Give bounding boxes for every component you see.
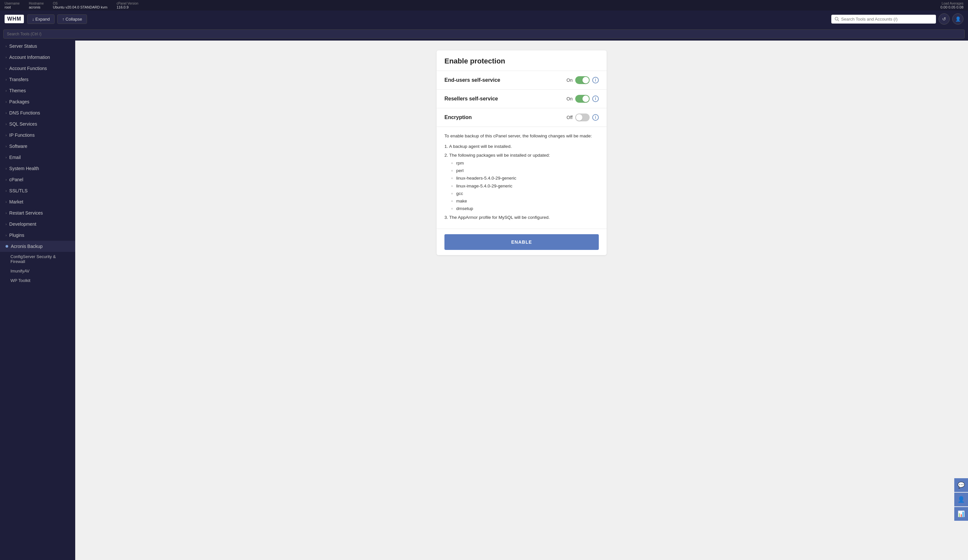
svg-line-1 xyxy=(838,20,839,21)
info-icon-resellers[interactable]: i xyxy=(592,96,599,102)
toggle-label-encryption: Encryption xyxy=(444,114,472,120)
sidebar: › Server Status › Account Information › … xyxy=(0,41,75,560)
toggle-knob-resellers xyxy=(582,96,589,102)
info-icon-end-users[interactable]: i xyxy=(592,77,599,83)
toggle-label-resellers: Resellers self-service xyxy=(444,96,498,102)
toggle-right-end-users: On i xyxy=(567,76,599,84)
sidebar-item-ip-functions[interactable]: › IP Functions xyxy=(0,129,75,141)
toggle-switch-encryption[interactable] xyxy=(575,114,590,121)
sidebar-item-market[interactable]: › Market xyxy=(0,196,75,207)
package-item: linux-image-5.4.0-29-generic xyxy=(451,183,599,189)
sidebar-item-label: Account Information xyxy=(9,55,50,60)
sidebar-item-label: DNS Functions xyxy=(9,110,40,116)
chevron-right-icon: › xyxy=(5,133,7,137)
chevron-right-icon: › xyxy=(5,189,7,193)
sidebar-item-label: Account Functions xyxy=(9,66,47,71)
toggle-switch-end-users[interactable] xyxy=(575,76,590,84)
change-item: 2. The following packages will be instal… xyxy=(444,152,599,212)
card-body: To enable backup of this cPanel server, … xyxy=(437,127,607,229)
sidebar-item-server-status[interactable]: › Server Status xyxy=(0,41,75,52)
sidebar-item-restart-services[interactable]: › Restart Services xyxy=(0,207,75,219)
header-buttons: ↓ Expand ↑ Collapse xyxy=(27,14,87,24)
analytics-icon-button[interactable]: 📊 xyxy=(954,507,968,521)
card-title: Enable protection xyxy=(444,57,599,65)
sidebar-item-themes[interactable]: › Themes xyxy=(0,85,75,96)
sidebar-item-system-health[interactable]: › System Health xyxy=(0,163,75,174)
sidebar-sub-item-configserver[interactable]: ConfigServer Security & Firewall xyxy=(0,252,75,266)
chat-icon-button[interactable]: 💬 xyxy=(954,478,968,492)
toggle-status-resellers: On xyxy=(567,96,573,101)
user-icon-button[interactable]: 👤 xyxy=(952,13,963,25)
card-header: Enable protection xyxy=(437,50,607,71)
sidebar-item-label: Transfers xyxy=(9,77,28,82)
sidebar-item-dns-functions[interactable]: › DNS Functions xyxy=(0,107,75,118)
topbar-cpanel: cPanel Version 116.0.9 xyxy=(116,2,138,9)
refresh-icon-button[interactable]: ↺ xyxy=(938,13,950,25)
toggle-status-end-users: On xyxy=(567,78,573,83)
chevron-right-icon: › xyxy=(5,211,7,215)
toggle-row-encryption: Encryption Off i xyxy=(437,108,607,127)
change-item: 3. The AppArmor profile for MySQL will b… xyxy=(444,214,599,221)
sidebar-item-label: Acronis Backup xyxy=(11,244,43,249)
sidebar-item-label: Development xyxy=(9,222,36,227)
sidebar-item-development[interactable]: › Development xyxy=(0,219,75,230)
package-item: linux-headers-5.4.0-29-generic xyxy=(451,175,599,182)
chevron-right-icon: › xyxy=(5,89,7,93)
card-footer: ENABLE xyxy=(437,229,607,255)
sidebar-sub-item-imunifyav[interactable]: ImunifyAV xyxy=(0,266,75,276)
sidebar-sub-item-wp-toolkit[interactable]: WP Toolkit xyxy=(0,276,75,285)
sidebar-item-label: Email xyxy=(9,155,21,160)
chevron-right-icon: › xyxy=(5,178,7,182)
active-dot-indicator xyxy=(5,245,8,248)
chevron-right-icon: › xyxy=(5,167,7,171)
chevron-right-icon: › xyxy=(5,123,7,126)
main-content: Enable protection End-users self-service… xyxy=(75,41,968,560)
chevron-right-icon: › xyxy=(5,156,7,159)
sidebar-item-label: System Health xyxy=(9,166,39,171)
collapse-button[interactable]: ↑ Collapse xyxy=(57,14,87,24)
search-icon xyxy=(835,17,839,21)
whm-logo: WHM xyxy=(5,15,24,23)
topbar-username: Username root xyxy=(5,2,20,9)
chevron-right-icon: › xyxy=(5,56,7,59)
toggle-row-resellers: Resellers self-service On i xyxy=(437,89,607,108)
chevron-right-icon: › xyxy=(5,78,7,81)
info-icon-encryption[interactable]: i xyxy=(592,114,599,121)
toggle-right-resellers: On i xyxy=(567,95,599,103)
topbar-hostname: Hostname acronis xyxy=(29,2,44,9)
sidebar-item-acronis-backup[interactable]: Acronis Backup xyxy=(0,241,75,252)
search-bar[interactable] xyxy=(831,15,936,23)
sidebar-item-account-information[interactable]: › Account Information xyxy=(0,52,75,63)
description-text: To enable backup of this cPanel server, … xyxy=(444,133,599,139)
sidebar-item-account-functions[interactable]: › Account Functions xyxy=(0,63,75,74)
package-item: perl xyxy=(451,167,599,174)
toggle-right-encryption: Off i xyxy=(567,114,599,121)
chevron-right-icon: › xyxy=(5,100,7,104)
header-right: ↺ 👤 xyxy=(831,13,963,25)
sidebar-item-transfers[interactable]: › Transfers xyxy=(0,74,75,85)
toggle-label-end-users: End-users self-service xyxy=(444,77,501,83)
topbar-load: Load Averages 0.00 0.05 0.08 xyxy=(940,1,963,9)
sidebar-item-packages[interactable]: › Packages xyxy=(0,96,75,107)
sidebar-item-plugins[interactable]: › Plugins xyxy=(0,230,75,241)
changes-list: 1. A backup agent will be installed.2. T… xyxy=(444,143,599,221)
expand-button[interactable]: ↓ Expand xyxy=(27,14,55,24)
topbar-meta-group: Username root Hostname acronis OS Ubuntu… xyxy=(5,2,138,9)
chevron-right-icon: › xyxy=(5,200,7,204)
sidebar-search-input[interactable] xyxy=(3,30,965,38)
toggle-knob-end-users xyxy=(582,77,589,83)
toggle-switch-resellers[interactable] xyxy=(575,95,590,103)
package-item: dmsetup xyxy=(451,205,599,212)
enable-button[interactable]: ENABLE xyxy=(444,234,599,250)
change-item: 1. A backup agent will be installed. xyxy=(444,143,599,150)
sidebar-item-sql-services[interactable]: › SQL Services xyxy=(0,118,75,129)
sidebar-item-email[interactable]: › Email xyxy=(0,152,75,163)
sidebar-item-software[interactable]: › Software xyxy=(0,141,75,152)
support-icon-button[interactable]: 👤 xyxy=(954,493,968,506)
sidebar-item-label: Server Status xyxy=(9,43,37,49)
toggle-row-end-users: End-users self-service On i xyxy=(437,71,607,89)
search-input[interactable] xyxy=(841,17,933,22)
sidebar-item-ssl-tls[interactable]: › SSL/TLS xyxy=(0,185,75,196)
sidebar-item-label: cPanel xyxy=(9,177,23,182)
sidebar-item-cpanel[interactable]: › cPanel xyxy=(0,174,75,185)
